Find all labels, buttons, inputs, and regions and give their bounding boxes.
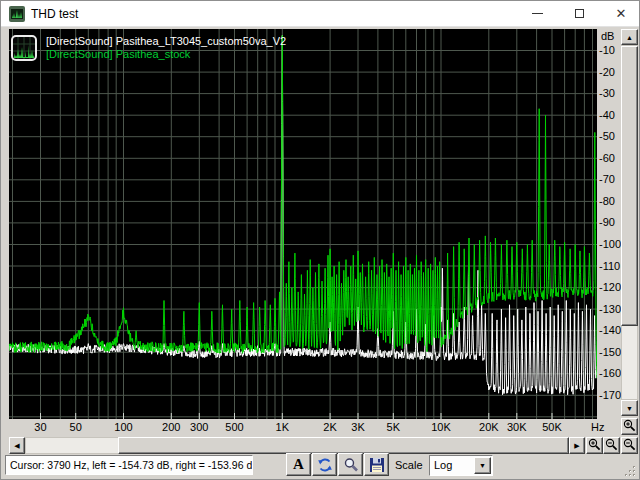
legend-series-1: [DirectSound] Pasithea_LT3045_custom50va… [46, 35, 286, 48]
y-tick-label: -110 [599, 260, 620, 272]
minimize-icon [532, 13, 543, 14]
zoom-out-icon [623, 437, 636, 455]
app-icon [9, 6, 25, 22]
y-tick-label: -30 [599, 87, 615, 99]
zoom-in-y-button[interactable] [621, 418, 638, 435]
x-tick-label: 30K [500, 421, 534, 433]
zoom-out-y-button[interactable] [621, 437, 638, 454]
legend: [DirectSound] Pasithea_LT3045_custom50va… [11, 35, 286, 61]
x-tick-label: 3K [341, 421, 375, 433]
magnifier-icon [343, 457, 359, 473]
close-button[interactable]: ✕ [600, 1, 640, 26]
down-arrow-icon: ▼ [626, 405, 633, 412]
titlebar: THD test ✕ [1, 1, 639, 27]
x-axis-unit: Hz [591, 421, 604, 433]
y-tick-label: -160 [599, 367, 621, 379]
scroll-up-button[interactable]: ▲ [621, 29, 638, 45]
thd-test-window: THD test ✕ [DirectSound] Pasithea_LT3045… [0, 0, 640, 480]
y-tick-label: -10 [599, 44, 615, 56]
y-tick-label: -20 [599, 66, 615, 78]
y-tick-label: -50 [599, 130, 615, 142]
x-tick-label: 500 [217, 421, 251, 433]
floppy-disk-icon [369, 457, 385, 473]
x-tick-label: 10K [424, 421, 458, 433]
zoom-in-icon [588, 437, 601, 455]
y-tick-label: -60 [599, 152, 615, 164]
x-tick-label: 30 [23, 421, 57, 433]
x-tick-label: 50 [59, 421, 93, 433]
vertical-scroll-thumb[interactable] [621, 46, 638, 326]
cursor-readout: Cursor: 3790 Hz, left = -154.73 dB, righ… [5, 455, 253, 475]
left-arrow-icon: ◀ [14, 442, 19, 449]
y-tick-label: -80 [599, 195, 615, 207]
refresh-icon [317, 457, 333, 473]
y-tick-label: -100 [599, 238, 621, 250]
spectrum-canvas [9, 29, 597, 419]
y-tick-label: -40 [599, 109, 615, 121]
right-arrow-icon: ▶ [574, 442, 579, 449]
refresh-button[interactable] [312, 453, 337, 476]
y-axis-unit: dB [601, 30, 614, 42]
save-button[interactable] [364, 453, 389, 476]
horizontal-scroll-thumb[interactable] [118, 437, 569, 454]
up-arrow-icon: ▲ [626, 34, 633, 41]
x-tick-label: 5K [376, 421, 410, 433]
y-tick-label: -120 [599, 281, 621, 293]
legend-series-2: [DirectSound] Pasithea_stock [46, 48, 286, 61]
scroll-left-button[interactable]: ◀ [9, 437, 25, 454]
window-title: THD test [31, 7, 78, 21]
minimize-button[interactable] [516, 1, 558, 26]
zoom-out-icon [605, 437, 618, 455]
y-tick-label: -140 [599, 324, 621, 336]
y-tick-label: -90 [599, 216, 615, 228]
zoom-in-icon [623, 418, 636, 436]
y-tick-label: -130 [599, 303, 621, 315]
close-icon: ✕ [616, 7, 627, 20]
maximize-button[interactable] [558, 1, 600, 26]
zoom-out-x-button[interactable] [603, 437, 620, 454]
x-tick-label: 1K [265, 421, 299, 433]
scale-value: Log [434, 459, 452, 471]
y-tick-label: -170 [599, 389, 621, 401]
scale-select[interactable]: Log ▼ [429, 455, 493, 476]
zoom-in-x-button[interactable] [586, 437, 603, 454]
resize-grip[interactable] [624, 464, 637, 477]
scroll-right-button[interactable]: ▶ [569, 437, 585, 454]
combo-dropdown-button[interactable]: ▼ [474, 457, 491, 474]
maximize-icon [575, 9, 584, 18]
spectrum-legend-icon[interactable] [11, 35, 37, 61]
x-tick-label: 300 [182, 421, 216, 433]
inspect-button[interactable] [338, 453, 363, 476]
scroll-down-button[interactable]: ▼ [621, 400, 638, 416]
combo-arrow-icon: ▼ [479, 462, 486, 469]
x-tick-label: 50K [535, 421, 569, 433]
spectrum-plot[interactable]: [DirectSound] Pasithea_LT3045_custom50va… [9, 29, 597, 419]
x-tick-label: 100 [107, 421, 141, 433]
y-tick-label: -150 [599, 346, 621, 358]
y-tick-label: -70 [599, 173, 615, 185]
scale-label: Scale [395, 459, 423, 471]
font-button[interactable]: A [286, 453, 311, 476]
